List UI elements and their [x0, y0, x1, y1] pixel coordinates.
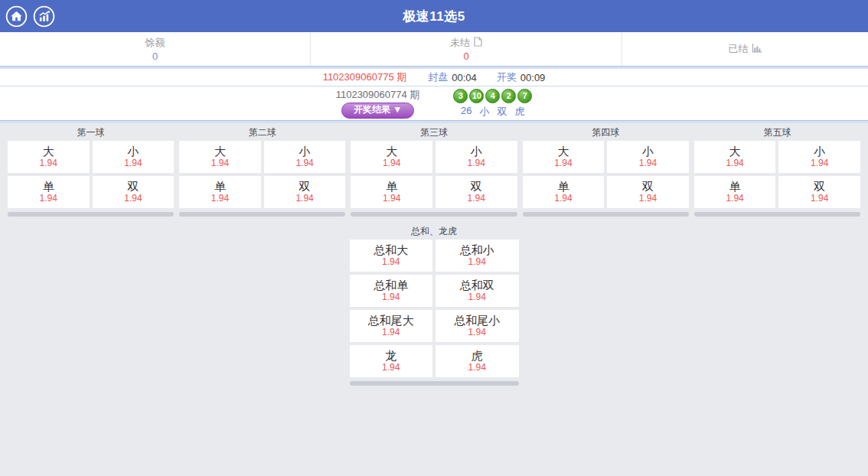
bet-odds: 1.94 — [468, 158, 485, 168]
draw-label: 开奖 — [497, 70, 517, 84]
bet-cell[interactable]: 单 1.94 — [523, 176, 605, 208]
bet-cell[interactable]: 单 1.94 — [8, 176, 90, 208]
bet-cell[interactable]: 双 1.94 — [264, 176, 346, 208]
group-title: 第二球 — [179, 125, 345, 141]
result-ball: 7 — [517, 89, 532, 103]
last-period: 1102309060774 期 — [336, 88, 420, 102]
bet-group-ball1: 第一球 大 1.94 小 1.94 单 1.94 双 — [8, 125, 174, 217]
bet-cell[interactable]: 单 1.94 — [179, 176, 261, 208]
close-countdown: 00:04 — [452, 72, 477, 83]
balance-value[interactable]: 0 — [152, 51, 158, 62]
bet-label: 虎 — [472, 349, 483, 362]
bet-cell[interactable]: 龙 1.94 — [350, 345, 433, 377]
bet-label: 双 — [127, 180, 139, 193]
result-ball: 3 — [453, 89, 468, 103]
bet-cell[interactable]: 大 1.94 — [523, 141, 605, 173]
bet-label: 单 — [386, 180, 397, 193]
bet-label: 单 — [729, 180, 741, 193]
bet-cell[interactable]: 小 1.94 — [264, 141, 346, 173]
bet-odds: 1.94 — [726, 193, 743, 204]
bet-group-ball3: 第三球 大 1.94 小 1.94 单 1.94 双 — [351, 125, 517, 217]
top-bar: 极速11选5 — [0, 0, 868, 32]
bet-odds: 1.94 — [211, 158, 229, 168]
result-ball: 10 — [469, 89, 484, 103]
group-title: 总和、龙虎 — [350, 223, 519, 240]
bet-odds: 1.94 — [40, 193, 57, 204]
bet-odds: 1.94 — [726, 158, 743, 168]
bet-cell[interactable]: 总和大 1.94 — [350, 240, 433, 272]
bet-cell[interactable]: 总和尾大 1.94 — [350, 310, 433, 342]
bet-odds: 1.94 — [468, 362, 486, 373]
page-title: 极速11选5 — [0, 8, 868, 25]
bet-odds: 1.94 — [295, 158, 313, 168]
bet-cell[interactable]: 单 1.94 — [351, 176, 432, 208]
bet-cell[interactable]: 小 1.94 — [607, 141, 689, 173]
bet-group-sum-dragon-tiger: 总和、龙虎 总和大 1.94 总和小 1.94 总和单 1.94 总和双 1.9… — [350, 223, 519, 386]
result-parity: 双 — [498, 105, 507, 119]
group-bottom-bar — [179, 212, 345, 217]
trend-chart-icon[interactable] — [33, 5, 55, 28]
bet-label: 双 — [814, 180, 825, 193]
bet-cell[interactable]: 大 1.94 — [694, 141, 776, 173]
bet-cell[interactable]: 小 1.94 — [778, 141, 860, 173]
bet-odds: 1.94 — [382, 362, 400, 373]
bet-cell[interactable]: 虎 1.94 — [436, 345, 519, 377]
group-title: 第三球 — [351, 125, 517, 141]
bet-group-ball4: 第四球 大 1.94 小 1.94 单 1.94 双 — [523, 125, 689, 217]
bet-odds: 1.94 — [639, 193, 657, 204]
bet-odds: 1.94 — [40, 158, 57, 168]
bet-cell[interactable]: 双 1.94 — [436, 176, 517, 208]
bet-cell[interactable]: 双 1.94 — [778, 176, 860, 208]
bar-chart-icon — [752, 44, 762, 55]
bet-cell[interactable]: 总和单 1.94 — [350, 275, 433, 307]
betting-area: 第一球 大 1.94 小 1.94 单 1.94 双 — [0, 123, 868, 476]
bet-odds: 1.94 — [124, 158, 142, 168]
result-size: 小 — [480, 105, 490, 119]
bet-cell[interactable]: 总和尾小 1.94 — [436, 310, 519, 342]
bet-odds: 1.94 — [811, 193, 828, 204]
bet-cell[interactable]: 总和小 1.94 — [436, 240, 519, 272]
bet-cell[interactable]: 大 1.94 — [8, 141, 90, 173]
bet-label: 双 — [642, 180, 654, 193]
bet-odds: 1.94 — [383, 158, 400, 168]
group-title: 第五球 — [694, 125, 860, 141]
bet-cell[interactable]: 小 1.94 — [93, 141, 175, 173]
bet-odds: 1.94 — [468, 327, 486, 337]
bet-label: 单 — [43, 180, 54, 193]
bet-label: 小 — [642, 145, 654, 158]
balance-label: 馀额 — [145, 36, 165, 50]
settled-stat[interactable]: 已结 — [622, 32, 868, 66]
bet-odds: 1.94 — [382, 327, 400, 337]
bet-label: 总和双 — [460, 279, 494, 292]
bet-label: 大 — [557, 145, 569, 158]
bet-cell[interactable]: 双 1.94 — [93, 176, 175, 208]
close-label: 封盘 — [428, 70, 448, 84]
bet-cell[interactable]: 总和双 1.94 — [436, 275, 519, 307]
bet-odds: 1.94 — [382, 292, 400, 302]
unsettled-label: 未结 — [450, 36, 470, 50]
unsettled-stat[interactable]: 未结 0 — [311, 32, 622, 66]
bet-label: 总和单 — [374, 279, 408, 292]
bet-cell[interactable]: 单 1.94 — [694, 176, 776, 208]
bet-label: 大 — [214, 145, 226, 158]
bet-label: 单 — [214, 180, 226, 193]
bet-odds: 1.94 — [383, 193, 400, 204]
settled-label: 已结 — [729, 42, 749, 56]
bet-cell[interactable]: 双 1.94 — [607, 176, 689, 208]
bet-odds: 1.94 — [468, 193, 485, 204]
bet-label: 大 — [729, 145, 741, 158]
bet-cell[interactable]: 大 1.94 — [179, 141, 261, 173]
bet-label: 小 — [127, 145, 139, 158]
bet-label: 小 — [299, 145, 311, 158]
home-icon[interactable] — [5, 5, 28, 28]
bet-label: 小 — [814, 145, 825, 158]
draw-results-button[interactable]: 开奖结果 ▼ — [341, 103, 414, 119]
bet-cell[interactable]: 小 1.94 — [436, 141, 517, 173]
bet-odds: 1.94 — [468, 256, 486, 267]
group-title: 第四球 — [523, 125, 689, 141]
bet-odds: 1.94 — [639, 158, 657, 168]
bet-group-ball5: 第五球 大 1.94 小 1.94 单 1.94 双 — [694, 125, 860, 217]
document-icon — [473, 37, 482, 49]
bet-label: 小 — [471, 145, 482, 158]
bet-cell[interactable]: 大 1.94 — [351, 141, 432, 173]
